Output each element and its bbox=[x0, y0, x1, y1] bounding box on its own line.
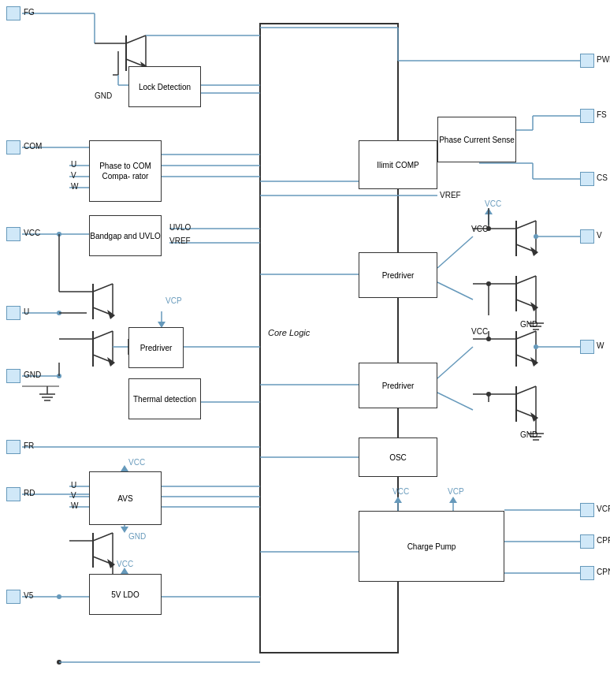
svg-marker-120 bbox=[530, 247, 538, 256]
pin-u bbox=[6, 306, 20, 320]
svg-marker-149 bbox=[530, 412, 538, 422]
svg-marker-74 bbox=[121, 465, 128, 471]
pin-vcp-label: VCP bbox=[597, 505, 610, 513]
svg-marker-158 bbox=[449, 497, 457, 503]
pin-vcc-left bbox=[6, 227, 20, 241]
w-avs-label: W bbox=[71, 501, 78, 510]
u-avs-label: U bbox=[71, 481, 76, 490]
svg-line-79 bbox=[93, 533, 113, 541]
pin-w-right bbox=[580, 340, 594, 354]
svg-marker-39 bbox=[107, 310, 115, 319]
pin-fr bbox=[6, 440, 20, 454]
ldo-label: 5V LDO bbox=[111, 590, 139, 600]
pin-cs bbox=[580, 172, 594, 186]
core-logic-label: Core Logic bbox=[268, 328, 310, 337]
vcc-ldo-label: VCC bbox=[117, 560, 133, 568]
svg-line-138 bbox=[516, 331, 536, 339]
ilimit-comp-label: Ilimit COMP bbox=[377, 160, 418, 170]
pin-fg bbox=[6, 6, 20, 20]
pin-pwm-label: PWM bbox=[597, 55, 610, 64]
phase-comp-label: Phase to COM Compa- rator bbox=[90, 161, 161, 181]
bandgap-label: Bandgap and UVLO bbox=[90, 231, 161, 241]
charge-pump-block: Charge Pump bbox=[359, 511, 504, 582]
svg-line-134 bbox=[437, 347, 473, 378]
vcc-right-label: VCC bbox=[485, 199, 501, 208]
gnd-predriver-w-label: GND bbox=[520, 430, 537, 439]
bandgap-block: Bandgap and UVLO bbox=[89, 215, 162, 256]
pin-com-label: COM bbox=[24, 142, 42, 151]
pin-fs-label: FS bbox=[597, 110, 607, 119]
svg-line-5 bbox=[126, 35, 146, 43]
thermal-block: Thermal detection bbox=[128, 378, 201, 419]
pin-fs bbox=[580, 109, 594, 123]
svg-line-45 bbox=[93, 331, 113, 339]
svg-line-113 bbox=[437, 236, 473, 268]
phase-current-block: Phase Current Sense bbox=[437, 117, 516, 162]
pin-fr-label: FR bbox=[24, 441, 34, 450]
lock-detection-block: Lock Detection bbox=[128, 66, 201, 107]
svg-line-146 bbox=[516, 386, 536, 394]
svg-marker-93 bbox=[121, 568, 128, 574]
ldo-block: 5V LDO bbox=[89, 574, 162, 615]
svg-line-117 bbox=[516, 221, 536, 229]
pin-gnd-left bbox=[6, 369, 20, 383]
lock-detection-label: Lock Detection bbox=[139, 82, 191, 92]
ilimit-comp-block: Ilimit COMP bbox=[359, 140, 437, 189]
predriver-left-block: Predriver bbox=[128, 327, 184, 368]
gnd-predriver-v-label: GND bbox=[520, 320, 537, 329]
gnd-avs-label: GND bbox=[128, 532, 146, 541]
pin-w-right-label: W bbox=[597, 341, 604, 350]
pin-cpn bbox=[580, 566, 594, 580]
pin-rd bbox=[6, 487, 20, 501]
predriver-left-label: Predriver bbox=[140, 343, 173, 353]
thermal-label: Thermal detection bbox=[133, 394, 196, 404]
phase-comp-block: Phase to COM Compa- rator bbox=[89, 140, 162, 202]
pin-cpp bbox=[580, 534, 594, 549]
phase-current-label: Phase Current Sense bbox=[439, 135, 515, 145]
svg-line-125 bbox=[516, 276, 536, 284]
vcp-charge-label: VCP bbox=[448, 487, 464, 496]
pin-vcp bbox=[580, 503, 594, 517]
pin-u-label: U bbox=[24, 307, 29, 316]
svg-marker-48 bbox=[107, 357, 115, 367]
pin-rd-label: RD bbox=[24, 489, 35, 497]
pin-com bbox=[6, 140, 20, 155]
pin-gnd-left-label: GND bbox=[24, 370, 41, 379]
pin-v-right bbox=[580, 229, 594, 244]
svg-marker-156 bbox=[394, 497, 402, 503]
svg-point-122 bbox=[534, 234, 538, 239]
pin-pwm bbox=[580, 54, 594, 68]
predriver-v-label: Predriver bbox=[382, 270, 415, 281]
w-comp-label: W bbox=[71, 182, 78, 191]
u-comp-label: U bbox=[71, 160, 76, 169]
svg-marker-76 bbox=[121, 527, 128, 533]
vcc-charge-label: VCC bbox=[392, 487, 409, 496]
vcp-arrow-label: VCP bbox=[166, 296, 182, 305]
osc-block: OSC bbox=[359, 438, 437, 477]
svg-point-143 bbox=[534, 344, 538, 349]
pin-fg-label: FG bbox=[24, 8, 35, 17]
pin-cpn-label: CPN bbox=[597, 568, 610, 576]
pin-cpp-label: CPP bbox=[597, 536, 610, 545]
predriver-w-block: Predriver bbox=[359, 363, 437, 408]
vcc-predriver-v-label: VCC bbox=[471, 225, 488, 233]
vcc-avs-label: VCC bbox=[128, 458, 145, 467]
svg-marker-128 bbox=[530, 302, 538, 311]
svg-line-135 bbox=[437, 393, 473, 410]
pin-v5-label: V5 bbox=[24, 591, 33, 600]
vref-ilimit-label: VREF bbox=[440, 191, 461, 199]
vref-label: VREF bbox=[169, 236, 191, 245]
avs-label: AVS bbox=[117, 493, 132, 504]
vcc-predriver-w-label: VCC bbox=[471, 327, 488, 336]
v-avs-label: V bbox=[71, 491, 76, 500]
predriver-v-block: Predriver bbox=[359, 252, 437, 298]
svg-line-36 bbox=[93, 284, 113, 292]
pin-vcc-left-label: VCC bbox=[24, 229, 40, 237]
osc-label: OSC bbox=[389, 452, 407, 463]
pin-v5 bbox=[6, 590, 20, 604]
v-comp-label: V bbox=[71, 171, 76, 180]
pin-cs-label: CS bbox=[597, 173, 608, 182]
predriver-w-label: Predriver bbox=[382, 381, 415, 391]
avs-block: AVS bbox=[89, 471, 162, 525]
charge-pump-label: Charge Pump bbox=[407, 542, 456, 552]
